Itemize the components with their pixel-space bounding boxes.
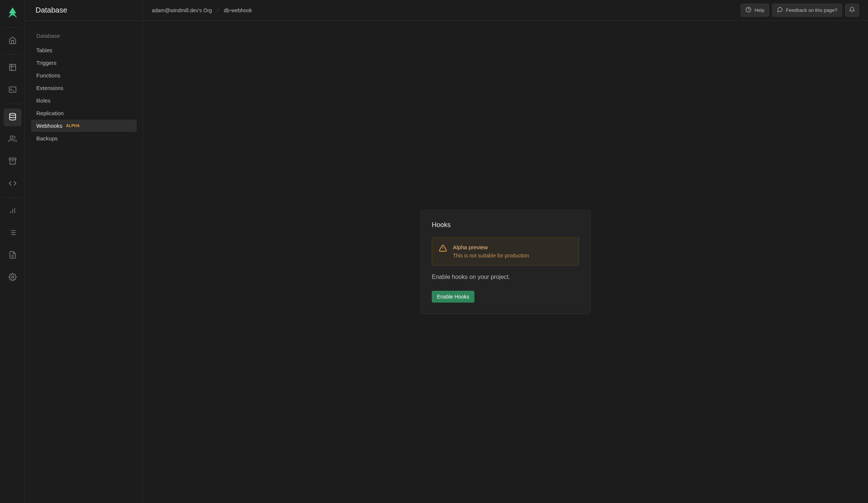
notifications-button[interactable] [845,4,859,17]
sidebar-header: Database [25,0,143,21]
sidebar-item-label: Backups [36,135,58,141]
sidebar-item-extensions[interactable]: Extensions [31,82,137,94]
sidebar-item-label: Roles [36,97,50,104]
file-icon [9,251,17,260]
rail-settings[interactable] [4,269,21,287]
rail-auth[interactable] [4,131,21,149]
breadcrumb: adam@windmill.dev's Org / db-webhook [152,7,252,13]
sidebar-title: Database [36,6,67,14]
sidebar-item-tables[interactable]: Tables [31,44,137,56]
sidebar-item-label: Replication [36,110,64,116]
alpha-badge: ALPHA [66,124,80,128]
message-icon [777,7,783,14]
rail-api-docs[interactable] [4,247,21,264]
sidebar-item-functions[interactable]: Functions [31,69,137,81]
archive-icon [9,157,17,167]
sidebar-item-roles[interactable]: Roles [31,94,137,107]
sidebar-item-label: Tables [36,47,52,53]
rail-edge-functions[interactable] [4,175,21,193]
table-icon [9,63,17,73]
breadcrumb-project[interactable]: db-webhook [224,7,252,13]
rail-home[interactable] [4,32,21,50]
alert-title: Alpha preview [453,244,529,250]
rail-reports[interactable] [4,202,21,220]
sidebar-item-label: Functions [36,72,60,79]
rail-storage[interactable] [4,153,21,171]
help-icon [745,7,751,14]
sidebar-content: Database Tables Triggers Functions Exten… [25,21,143,154]
help-button[interactable]: Help [741,4,769,17]
sidebar-item-label: Webhooks [36,123,63,129]
breadcrumb-separator: / [217,7,218,13]
enable-hooks-button[interactable]: Enable Hooks [432,291,474,303]
icon-rail [0,0,25,503]
help-label: Help [754,7,764,13]
alpha-preview-alert: Alpha preview This is not suitable for p… [432,237,579,266]
database-icon [9,113,17,122]
gear-icon [9,273,17,283]
rail-logs[interactable] [4,224,21,242]
svg-point-5 [9,113,16,116]
users-icon [9,135,17,144]
card-title: Hooks [432,221,579,229]
warning-icon [439,244,447,254]
bar-chart-icon [9,206,17,216]
sidebar-item-triggers[interactable]: Triggers [31,57,137,69]
rail-sql-editor[interactable] [4,81,21,99]
content: Hooks Alpha preview This is not suitable… [143,21,868,503]
svg-rect-3 [9,87,16,93]
main: adam@windmill.dev's Org / db-webhook Hel… [143,0,868,503]
rail-divider [4,54,21,55]
svg-point-20 [11,276,14,278]
breadcrumb-org[interactable]: adam@windmill.dev's Org [152,7,212,13]
logo[interactable] [7,7,19,19]
topbar-actions: Help Feedback on this page? [741,4,859,17]
sidebar-section-label: Database [31,30,137,42]
rail-divider [4,104,21,104]
code-icon [9,179,17,189]
rail-table-editor[interactable] [4,59,21,77]
svg-rect-7 [9,158,16,160]
feedback-label: Feedback on this page? [786,7,837,13]
rail-divider [4,197,21,198]
sidebar-item-backups[interactable]: Backups [31,132,137,144]
list-icon [9,229,17,238]
svg-point-6 [10,136,13,139]
sidebar-item-webhooks[interactable]: Webhooks ALPHA [31,120,137,132]
hooks-card: Hooks Alpha preview This is not suitable… [420,210,591,314]
sidebar-item-label: Extensions [36,85,63,91]
alert-content: Alpha preview This is not suitable for p… [453,244,529,259]
rail-database[interactable] [4,109,21,126]
terminal-icon [9,86,17,95]
feedback-button[interactable]: Feedback on this page? [772,4,842,17]
sidebar: Database Database Tables Triggers Functi… [25,0,143,503]
topbar: adam@windmill.dev's Org / db-webhook Hel… [143,0,868,21]
sidebar-item-replication[interactable]: Replication [31,107,137,119]
bell-icon [849,7,855,14]
card-description: Enable hooks on your project. [432,274,579,280]
svg-rect-0 [9,64,16,71]
alert-description: This is not suitable for production [453,253,529,259]
home-icon [9,36,17,46]
sidebar-item-label: Triggers [36,60,56,66]
rail-divider [4,27,21,28]
